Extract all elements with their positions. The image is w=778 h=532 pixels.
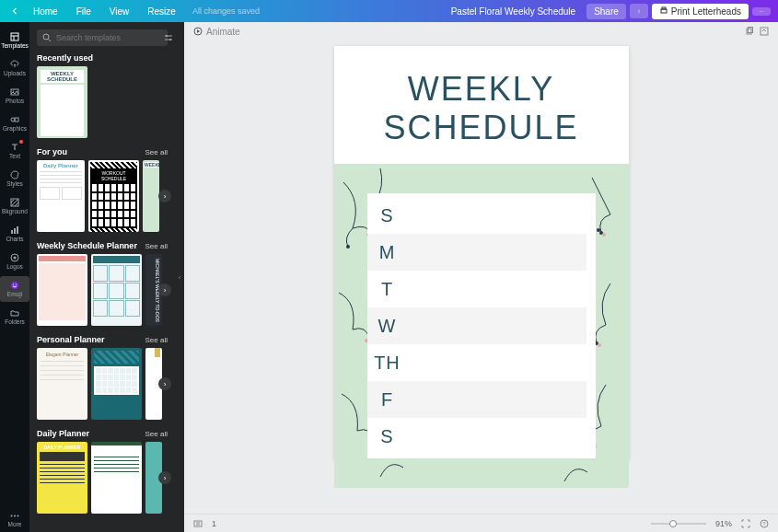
svg-rect-56 [194, 521, 202, 526]
template-thumb[interactable]: WEEKL [143, 160, 159, 232]
svg-rect-5 [11, 33, 18, 40]
svg-point-20 [16, 283, 17, 284]
schedule-row[interactable]: TH [367, 344, 586, 381]
schedule-row[interactable]: S [367, 418, 586, 455]
rail-more[interactable]: More [0, 506, 29, 532]
menu-home[interactable]: Home [26, 5, 65, 18]
svg-point-19 [13, 283, 14, 284]
scroll-right-button[interactable]: › [158, 283, 171, 296]
template-thumb[interactable]: Daily Planner [37, 160, 85, 232]
rail-background[interactable]: Bkground [0, 193, 29, 219]
schedule-row[interactable]: F [367, 381, 586, 418]
day-label: S [367, 205, 408, 226]
animate-button[interactable]: Animate [193, 27, 240, 37]
template-thumb[interactable] [91, 348, 142, 420]
back-button[interactable] [7, 6, 22, 17]
fullscreen-button[interactable] [741, 519, 750, 528]
more-menu-button[interactable] [752, 7, 771, 16]
rail-folders[interactable]: Folders [0, 304, 29, 330]
template-thumb[interactable]: WEEKLY SCHEDULE [37, 66, 87, 138]
search-input[interactable] [56, 33, 159, 42]
chevron-left-icon: ‹ [179, 273, 181, 282]
svg-rect-32 [749, 28, 753, 33]
menu-file[interactable]: File [69, 5, 99, 18]
svg-point-22 [14, 515, 16, 516]
day-label: TH [367, 353, 408, 374]
template-thumb[interactable]: SEIZE THE DAY [91, 442, 142, 514]
canvas-toolbar: Animate [184, 22, 778, 40]
top-menu-bar: Home File View Resize All changes saved … [0, 0, 778, 22]
canvas-area: Animate WEEKLY SCHEDULE [184, 22, 778, 532]
template-thumb[interactable]: WORKOUT SCHEDULE [88, 160, 139, 232]
rail-templates[interactable]: Templates [0, 28, 29, 53]
template-thumb[interactable] [91, 254, 142, 326]
help-button[interactable]: ? [760, 519, 769, 528]
zoom-thumb[interactable] [669, 520, 677, 527]
rail-styles[interactable]: Styles [0, 166, 29, 191]
canvas-viewport[interactable]: WEEKLY SCHEDULE [184, 40, 778, 514]
see-all-link[interactable]: See all [145, 242, 168, 250]
rail-text[interactable]: Text [0, 138, 29, 164]
print-button[interactable]: Print Letterheads [652, 4, 749, 19]
day-label: M [367, 242, 408, 263]
rail-graphics[interactable]: Graphics [0, 110, 29, 136]
schedule-table[interactable]: S M T W TH F S [367, 193, 596, 458]
rail-charts[interactable]: Charts [0, 221, 29, 247]
rail-uploads[interactable]: Uploads [0, 55, 29, 81]
copy-page-button[interactable] [745, 27, 754, 36]
see-all-link[interactable]: See all [145, 430, 168, 438]
scroll-right-button[interactable]: › [158, 471, 171, 484]
share-button[interactable]: Share [586, 4, 626, 19]
filter-icon[interactable] [164, 33, 173, 42]
svg-point-18 [11, 282, 18, 289]
page-heading[interactable]: WEEKLY SCHEDULE [334, 46, 629, 164]
svg-rect-13 [11, 230, 13, 234]
svg-point-21 [11, 515, 13, 516]
more-icon [10, 511, 19, 520]
section-daily-planner: Daily PlannerSee all DAILY PLANNER SEIZE… [37, 429, 168, 514]
template-thumb[interactable]: Elegant Planner [37, 348, 87, 420]
play-icon [193, 27, 203, 36]
graphics-icon [10, 115, 19, 124]
zoom-level[interactable]: 91% [715, 519, 732, 528]
schedule-row[interactable]: W [367, 307, 586, 344]
dots-horizontal-icon [760, 10, 763, 13]
schedule-row[interactable]: T [367, 271, 586, 307]
document-title[interactable]: Pastel Floral Weekly Schedule [451, 6, 575, 17]
svg-rect-0 [661, 9, 667, 13]
template-thumb[interactable]: DAILY PLANNER [37, 442, 87, 514]
tool-rail: Templates Uploads Photos Graphics Text S… [0, 22, 29, 532]
scroll-right-button[interactable]: › [158, 190, 171, 202]
charts-icon [10, 226, 19, 235]
section-label: Recently used [37, 53, 93, 63]
schedule-row[interactable]: M [367, 234, 586, 271]
menu-resize[interactable]: Resize [140, 5, 183, 18]
see-all-link[interactable]: See all [145, 148, 168, 156]
expand-page-button[interactable] [760, 27, 769, 36]
notes-button[interactable] [193, 519, 203, 528]
rail-emoji[interactable]: Emoji [0, 276, 29, 302]
see-all-link[interactable]: See all [145, 336, 168, 344]
zoom-slider[interactable] [651, 523, 706, 525]
svg-point-17 [14, 257, 17, 260]
svg-point-10 [11, 118, 15, 121]
day-label: T [367, 279, 408, 300]
template-thumb[interactable] [37, 254, 87, 326]
print-icon [659, 6, 668, 16]
svg-rect-15 [17, 226, 18, 234]
svg-rect-11 [15, 118, 18, 121]
menu-view[interactable]: View [102, 5, 137, 18]
scroll-right-button[interactable]: › [158, 377, 171, 390]
schedule-row[interactable]: S [367, 197, 586, 234]
collapse-panel-button[interactable]: ‹ [175, 22, 184, 532]
download-button[interactable] [630, 4, 648, 18]
svg-point-4 [762, 11, 763, 12]
rail-logos[interactable]: Logos [0, 249, 29, 274]
search-bar[interactable] [37, 29, 168, 46]
page-body: S M T W TH F S [334, 164, 629, 488]
svg-point-23 [17, 515, 19, 516]
design-page[interactable]: WEEKLY SCHEDULE [334, 46, 629, 460]
svg-rect-14 [14, 228, 16, 234]
rail-photos[interactable]: Photos [0, 83, 29, 109]
day-label: F [367, 389, 408, 411]
